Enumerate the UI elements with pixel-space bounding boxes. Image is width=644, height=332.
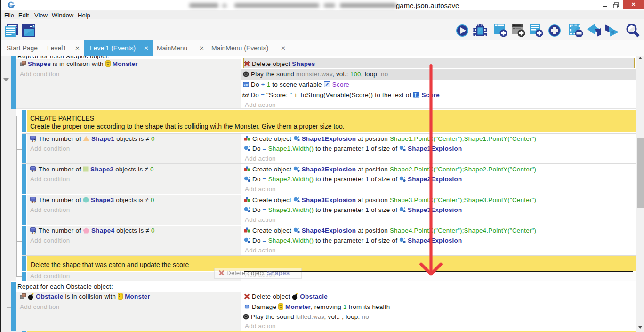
svg-text:x: x — [32, 139, 33, 142]
svg-text:?: ? — [34, 230, 36, 234]
svg-text:?: ? — [34, 200, 36, 203]
svg-text:x: x — [32, 170, 33, 172]
svg-text:x: x — [32, 200, 33, 203]
svg-text:x: x — [32, 231, 33, 234]
svg-text:?: ? — [34, 169, 36, 172]
svg-text:Var: Var — [244, 83, 249, 86]
svg-text:?: ? — [34, 138, 36, 142]
